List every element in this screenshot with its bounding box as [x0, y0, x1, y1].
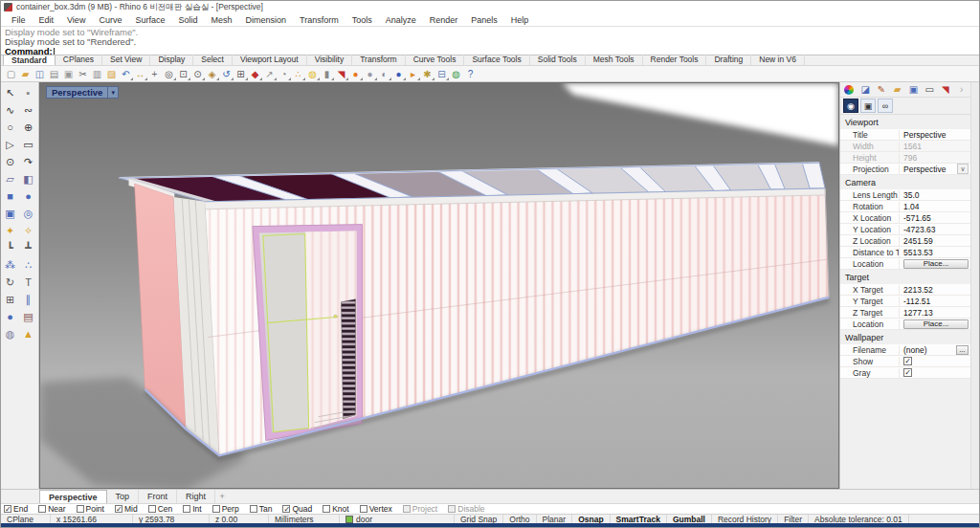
angle-icon[interactable]: ◔ [277, 67, 291, 81]
menu-item-render[interactable]: Render [423, 15, 465, 25]
copy-to-clipboard-icon[interactable]: ▣ [61, 67, 76, 81]
osnap-toggle-point[interactable]: Point [77, 504, 104, 514]
property-value[interactable]: 1.04 [903, 202, 920, 211]
rotate-icon[interactable]: ↻ [1, 274, 19, 291]
zoom-window-icon[interactable]: ⊡ [176, 67, 190, 81]
pan-icon[interactable]: ↔ [133, 67, 147, 81]
lamp-icon[interactable]: ◍ [305, 67, 320, 81]
checkbox-unchecked[interactable] [148, 505, 156, 513]
paste-icon[interactable]: ▨ [104, 67, 119, 81]
checkbox-unchecked[interactable] [250, 505, 257, 513]
status-grid-snap[interactable]: Grid Snap [455, 515, 503, 523]
osnap-toggle-perp[interactable]: Perp [212, 504, 239, 514]
help-icon[interactable]: ? [463, 67, 478, 81]
menu-item-help[interactable]: Help [504, 15, 536, 25]
boolean-union-icon[interactable]: ✦ [1, 222, 19, 239]
status-planar[interactable]: Planar [537, 515, 573, 523]
property-value[interactable]: (none) [903, 345, 927, 355]
status-z-0-00[interactable]: z 0.00 [210, 515, 269, 523]
osnap-toggle-end[interactable]: ✓End [4, 504, 28, 514]
browse-button[interactable]: ... [956, 345, 969, 355]
menu-item-solid[interactable]: Solid [171, 15, 204, 25]
layout-manager-icon[interactable]: ⊟ [434, 67, 449, 81]
select-pointer-icon[interactable]: ↖ [1, 84, 19, 101]
toolbar-tab-select[interactable]: Select [193, 55, 233, 65]
fillet-edge-icon[interactable]: ┗ [1, 239, 19, 256]
camera-subtab-icon[interactable]: ◉ [843, 99, 858, 113]
toolbar-tab-curve-tools[interactable]: Curve Tools [406, 55, 465, 65]
viewport-label[interactable]: Perspective [46, 86, 108, 99]
status-absolute-tolerance-0-01[interactable]: Absolute tolerance: 0.01 [809, 515, 909, 523]
move-icon[interactable]: + [147, 67, 162, 81]
rhino-help-tab-icon[interactable]: ◥ [940, 83, 952, 96]
monitor-tab-icon[interactable]: ▭ [924, 83, 936, 96]
property-value[interactable]: 35.0 [903, 190, 920, 200]
checkbox-unchecked[interactable] [360, 505, 368, 513]
link-subtab-icon[interactable]: ∞ [878, 99, 893, 113]
interpolate-curve-icon[interactable]: ∾ [19, 101, 37, 119]
options-gear-icon[interactable]: ✱ [420, 67, 434, 81]
undo-icon[interactable]: ↶ [119, 67, 133, 81]
menu-item-mesh[interactable]: Mesh [204, 15, 238, 25]
toolbar-tab-visibility[interactable]: Visibility [307, 55, 353, 65]
shaded-sphere-icon[interactable]: ● [363, 67, 377, 81]
osnap-toggle-knot[interactable]: Knot [323, 504, 349, 514]
zoom-extents-icon[interactable]: ◈ [205, 67, 219, 81]
surface-patch-icon[interactable]: ◧ [19, 170, 37, 187]
viewport-label-chip[interactable]: Perspective ▾ [46, 86, 119, 99]
status-millimeters[interactable]: Millimeters [269, 515, 340, 523]
status-y-2593-78[interactable]: y 2593.78 [133, 515, 210, 523]
copy-icon[interactable]: ▥ [90, 67, 104, 81]
rendering-tab-icon[interactable]: ▣ [907, 83, 920, 96]
join-icon[interactable]: ∴ [19, 256, 37, 274]
property-value[interactable]: 5513.53 [903, 248, 933, 257]
osnap-toggle-project[interactable]: Project [403, 504, 437, 514]
block-icon[interactable]: ⊞ [1, 291, 19, 308]
property-value[interactable]: 1561 [903, 142, 922, 151]
osnap-toggle-cen[interactable]: Cen [148, 504, 173, 514]
checkbox-unchecked[interactable] [323, 505, 330, 513]
menu-item-view[interactable]: View [60, 15, 92, 25]
toolbar-tab-transform[interactable]: Transform [352, 55, 405, 65]
stack-icon[interactable]: ▤ [19, 308, 37, 325]
osnap-toggle-vertex[interactable]: Vertex [360, 504, 392, 514]
osnap-toggle-mid[interactable]: ✓Mid [115, 504, 138, 514]
toolbar-tab-viewport-layout[interactable]: Viewport Layout [233, 55, 307, 65]
earth-icon[interactable]: ◍ [449, 67, 463, 81]
status-smarttrack[interactable]: SmartTrack [611, 515, 667, 523]
array-icon[interactable]: ∥ [19, 291, 37, 308]
zoom-dynamic-icon[interactable]: ⊙ [190, 67, 205, 81]
checkbox-checked[interactable]: ✓ [903, 357, 912, 365]
zoom-icon[interactable]: ◎ [162, 67, 176, 81]
property-value[interactable]: -4723.63 [903, 225, 936, 234]
osnap-toggle-disable[interactable]: Disable [448, 504, 484, 514]
control-point-curve-icon[interactable]: ∿ [1, 101, 19, 119]
viewport-menu-dropdown[interactable]: ▾ [108, 86, 119, 99]
chamfer-edge-icon[interactable]: ┻ [19, 239, 37, 256]
property-value[interactable]: 796 [903, 153, 917, 163]
osnap-toggle-quad[interactable]: ✓Quad [282, 504, 312, 514]
circle-icon[interactable]: ○ [1, 119, 19, 136]
new-file-icon[interactable]: ▢ [4, 67, 18, 81]
checkbox-unchecked[interactable] [77, 505, 84, 513]
point-cloud-icon[interactable]: ∴ [291, 67, 305, 81]
property-value[interactable]: Perspective [903, 130, 946, 140]
place-button[interactable]: Place... [903, 259, 969, 269]
distance-icon[interactable]: ↗ [262, 67, 277, 81]
tabs-scroll-tab-icon[interactable]: › [955, 83, 968, 96]
checkbox-unchecked[interactable] [38, 505, 46, 513]
viewport-tab-right[interactable]: Right [177, 490, 215, 503]
save-icon[interactable]: ◫ [33, 67, 47, 81]
libraries-tab-icon[interactable]: ▰ [891, 83, 903, 96]
checkbox-unchecked[interactable] [183, 505, 190, 513]
display-tab-icon[interactable]: ◪ [859, 83, 872, 96]
property-value[interactable]: 2213.52 [903, 285, 933, 295]
sphere-icon[interactable]: ● [19, 187, 37, 205]
menu-item-transform[interactable]: Transform [293, 15, 345, 25]
text-icon[interactable]: T [19, 274, 37, 291]
checkbox-checked[interactable]: ✓ [903, 368, 912, 377]
rounded-box-icon[interactable]: ▣ [1, 205, 19, 222]
polygon-icon[interactable]: ▷ [1, 136, 19, 153]
viewport-tab-front[interactable]: Front [139, 490, 177, 503]
toolbar-tab-standard[interactable]: Standard [3, 55, 56, 65]
